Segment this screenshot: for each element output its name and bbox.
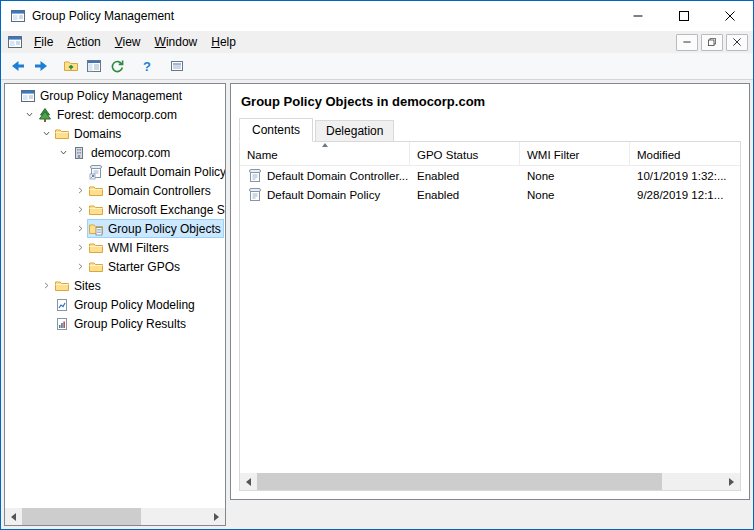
menu-help[interactable]: Help	[204, 33, 243, 51]
tree-item-label: Group Policy Modeling	[74, 298, 195, 312]
tree-item-label: Sites	[74, 279, 101, 293]
help-icon: ?	[139, 58, 155, 74]
maximize-button[interactable]	[661, 1, 707, 31]
tree-item-forest-democorp-com[interactable]: Forest: democorp.com	[5, 105, 225, 124]
cell-text: Enabled	[417, 170, 459, 182]
column-header-wmi-filter[interactable]: WMI Filter	[520, 142, 630, 165]
tree-node: Group Policy Management	[19, 86, 185, 105]
chevron-collapsed-icon[interactable]	[74, 262, 87, 271]
tree-node: Microsoft Exchange Se	[87, 200, 225, 219]
forward-button[interactable]	[29, 55, 52, 78]
caption-buttons	[615, 1, 753, 31]
toolbar: ?	[1, 53, 753, 80]
refresh-icon	[109, 58, 125, 74]
minimize-button[interactable]	[615, 1, 661, 31]
cell-name: Default Domain Controller...	[240, 168, 410, 184]
forest-icon	[37, 107, 53, 123]
close-button[interactable]	[707, 1, 753, 31]
tree-item-default-domain-policy[interactable]: Default Domain Policy	[5, 162, 225, 181]
column-header-modified[interactable]: Modified	[630, 142, 740, 165]
scroll-right-button[interactable]	[208, 508, 225, 525]
column-header-gpo-status[interactable]: GPO Status	[410, 142, 520, 165]
restore-icon	[708, 38, 716, 46]
tree-item-group-policy-modeling[interactable]: Group Policy Modeling	[5, 295, 225, 314]
tree-item-label: Microsoft Exchange Se	[108, 203, 225, 217]
cell-text: Default Domain Controller...	[267, 170, 408, 182]
folder-icon	[88, 240, 104, 256]
tree-item-domain-controllers[interactable]: Domain Controllers	[5, 181, 225, 200]
menu-file[interactable]: File	[27, 33, 60, 51]
folder-icon	[54, 126, 70, 142]
help-button[interactable]: ?	[135, 55, 158, 78]
child-close-button[interactable]	[726, 34, 748, 51]
chevron-collapsed-icon[interactable]	[74, 243, 87, 252]
list-row-default-domain-policy[interactable]: Default Domain PolicyEnabledNone9/28/201…	[240, 185, 740, 204]
menubar: FileActionViewWindowHelp	[1, 31, 753, 53]
scroll-left-arrow-icon	[11, 513, 16, 521]
gpo-link-icon	[88, 164, 104, 180]
column-header-label: GPO Status	[417, 149, 478, 161]
tree-item-group-policy-objects[interactable]: Group Policy Objects	[5, 219, 225, 238]
results-icon	[54, 316, 70, 332]
console-tree-pane: Group Policy ManagementForest: democorp.…	[4, 83, 226, 526]
tree-item-democorp-com[interactable]: democorp.com	[5, 143, 225, 162]
column-header-label: Modified	[637, 149, 680, 161]
chevron-collapsed-icon[interactable]	[74, 205, 87, 214]
menu-action[interactable]: Action	[60, 33, 107, 51]
cell-text: Default Domain Policy	[267, 189, 380, 201]
cell-text: None	[527, 170, 555, 182]
console-tree-icon	[86, 58, 102, 74]
scroll-track[interactable]	[22, 508, 208, 525]
folder-icon	[88, 259, 104, 275]
scroll-thumb[interactable]	[22, 508, 141, 525]
list-body[interactable]: Default Domain Controller...EnabledNone1…	[240, 166, 740, 473]
show-console-tree-button[interactable]	[82, 55, 105, 78]
tab-contents[interactable]: Contents	[239, 118, 313, 142]
menu-items: FileActionViewWindowHelp	[27, 33, 243, 51]
scroll-right-button[interactable]	[723, 473, 740, 490]
scroll-left-button[interactable]	[240, 473, 257, 490]
back-button[interactable]	[6, 55, 29, 78]
tree: Group Policy ManagementForest: democorp.…	[5, 84, 225, 508]
titlebar[interactable]: Group Policy Management	[1, 1, 753, 31]
chevron-collapsed-icon[interactable]	[74, 186, 87, 195]
cell-wmi-filter: None	[520, 170, 630, 182]
close-icon	[733, 38, 741, 46]
column-header-name[interactable]: Name	[240, 142, 410, 165]
chevron-expanded-icon[interactable]	[23, 110, 36, 119]
tab-delegation[interactable]: Delegation	[315, 120, 394, 142]
list-horizontal-scrollbar[interactable]	[240, 473, 740, 490]
refresh-button[interactable]	[105, 55, 128, 78]
menu-view[interactable]: View	[108, 33, 148, 51]
tree-item-microsoft-exchange-se[interactable]: Microsoft Exchange Se	[5, 200, 225, 219]
tree-horizontal-scrollbar[interactable]	[5, 508, 225, 525]
cell-modified: 9/28/2019 12:1...	[630, 189, 740, 201]
child-restore-button[interactable]	[701, 34, 723, 51]
child-minimize-button[interactable]	[676, 34, 698, 51]
chevron-expanded-icon[interactable]	[40, 129, 53, 138]
tree-item-group-policy-management[interactable]: Group Policy Management	[5, 86, 225, 105]
tree-item-group-policy-results[interactable]: Group Policy Results	[5, 314, 225, 333]
scroll-thumb[interactable]	[257, 473, 662, 490]
scroll-track[interactable]	[257, 473, 723, 490]
cell-text: Enabled	[417, 189, 459, 201]
up-one-level-button[interactable]	[59, 55, 82, 78]
export-list-button[interactable]	[165, 55, 188, 78]
chevron-collapsed-icon[interactable]	[40, 281, 53, 290]
tree-item-label: democorp.com	[91, 146, 170, 160]
tree-item-domains[interactable]: Domains	[5, 124, 225, 143]
tree-item-wmi-filters[interactable]: WMI Filters	[5, 238, 225, 257]
minimize-icon	[633, 11, 643, 21]
tree-item-starter-gpos[interactable]: Starter GPOs	[5, 257, 225, 276]
chevron-collapsed-icon[interactable]	[74, 224, 87, 233]
folder-icon	[88, 202, 104, 218]
back-arrow-icon	[10, 58, 26, 74]
cell-wmi-filter: None	[520, 189, 630, 201]
console-icon	[20, 88, 36, 104]
list-row-default-domain-controller[interactable]: Default Domain Controller...EnabledNone1…	[240, 166, 740, 185]
tree-item-sites[interactable]: Sites	[5, 276, 225, 295]
scroll-left-button[interactable]	[5, 508, 22, 525]
chevron-expanded-icon[interactable]	[57, 148, 70, 157]
tree-item-label: Group Policy Results	[74, 317, 186, 331]
menu-window[interactable]: Window	[148, 33, 205, 51]
